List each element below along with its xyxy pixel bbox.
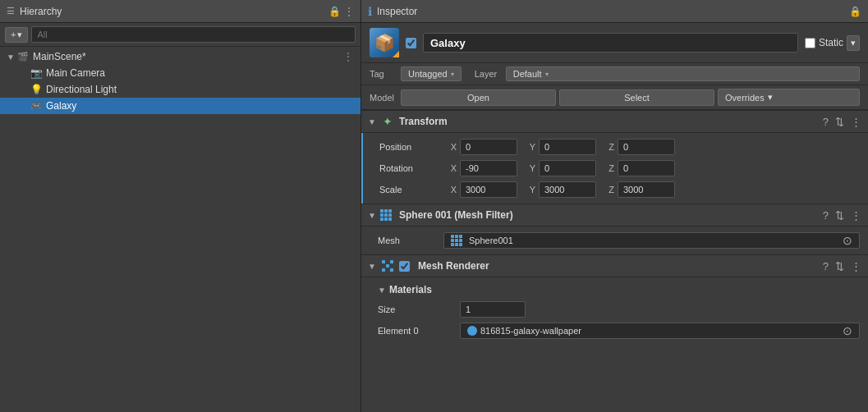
mesh-renderer-help-icon[interactable]: ? — [823, 260, 829, 272]
mesh-target-icon[interactable]: ⊙ — [843, 234, 852, 247]
rotation-z-input[interactable] — [618, 160, 675, 176]
hierarchy-header: ☰ Hierarchy 🔒 ⋮ — [0, 0, 361, 23]
sz-axis-label: Z — [603, 185, 614, 195]
materials-size-input[interactable] — [460, 301, 526, 318]
scale-y-input[interactable] — [539, 181, 596, 198]
mesh-renderer-component: ▼ Mesh Renderer ? ⇅ ⋮ ▼ Materials — [361, 254, 868, 345]
element0-dot-icon — [467, 326, 477, 336]
hierarchy-item-directionallight[interactable]: 💡 Directional Light — [0, 81, 361, 98]
scale-row: Scale X Y Z — [363, 179, 868, 200]
transform-settings-icon[interactable]: ⇅ — [835, 116, 844, 128]
position-z-input[interactable] — [618, 139, 675, 155]
rotation-label: Rotation — [379, 163, 445, 173]
camera-icon: 📷 — [30, 66, 43, 80]
mesh-filter-help-icon[interactable]: ? — [823, 209, 829, 222]
lock-icon[interactable]: 🔒 — [328, 6, 341, 17]
inspector-lock-icon[interactable]: 🔒 — [849, 6, 861, 17]
static-label: Static — [819, 37, 843, 48]
more-options-icon[interactable]: ⋮ — [344, 6, 354, 17]
layer-arrow-icon: ▾ — [545, 71, 549, 78]
position-y-input[interactable] — [539, 139, 596, 155]
select-button[interactable]: Select — [559, 89, 714, 106]
static-dropdown-button[interactable]: ▾ — [847, 35, 860, 51]
mesh-renderer-active-checkbox[interactable] — [399, 261, 410, 272]
transform-help-icon[interactable]: ? — [823, 116, 829, 128]
scale-label: Scale — [379, 185, 445, 195]
mesh-value-icon — [451, 235, 462, 246]
inspector-title: Inspector — [377, 6, 417, 17]
element0-value-field: 816815-galaxy-wallpaper ⊙ — [460, 323, 860, 339]
sy-axis-label: Y — [524, 185, 535, 195]
mesh-filter-icon — [381, 208, 394, 222]
active-checkbox-wrapper — [406, 38, 416, 48]
materials-header: ▼ Materials — [361, 281, 868, 299]
hierarchy-item-maincamera[interactable]: 📷 Main Camera — [0, 65, 361, 81]
mesh-renderer-fold-icon[interactable]: ▼ — [368, 262, 376, 271]
mesh-renderer-icon — [381, 259, 394, 272]
overrides-arrow-icon: ▾ — [768, 92, 773, 103]
mesh-filter-settings-icon[interactable]: ⇅ — [835, 209, 844, 222]
mesh-renderer-name: Mesh Renderer — [418, 260, 818, 272]
layer-dropdown[interactable]: Default ▾ — [506, 66, 860, 81]
hierarchy-panel: ☰ Hierarchy 🔒 ⋮ + ▾ ▼ 🎬 MainScene* ⋮ 📷 M… — [0, 0, 361, 412]
tag-dropdown[interactable]: Untagged ▾ — [401, 66, 462, 81]
mesh-filter-header: ▼ Sphere 001 (Mesh Filter) ? ⇅ ⋮ — [361, 204, 868, 227]
scale-x-input[interactable] — [460, 181, 517, 198]
position-xyz: X Y Z — [445, 139, 860, 155]
active-checkbox[interactable] — [406, 38, 416, 48]
position-x-input[interactable] — [460, 139, 517, 155]
rotation-x-input[interactable] — [460, 160, 517, 176]
element0-target-icon[interactable]: ⊙ — [843, 324, 852, 337]
hierarchy-tree: ▼ 🎬 MainScene* ⋮ 📷 Main Camera 💡 Directi… — [0, 47, 361, 412]
transform-fold-icon[interactable]: ▼ — [368, 117, 376, 126]
mesh-filter-actions: ? ⇅ ⋮ — [823, 209, 861, 222]
model-row: Model Open Select Overrides ▾ — [361, 85, 868, 110]
mesh-renderer-more-icon[interactable]: ⋮ — [851, 260, 861, 272]
mainscene-label: MainScene* — [33, 51, 86, 62]
scale-xyz: X Y Z — [445, 181, 860, 198]
element0-row: Element 0 816815-galaxy-wallpaper ⊙ — [361, 320, 868, 341]
open-button[interactable]: Open — [401, 89, 556, 106]
hamburger-icon: ☰ — [7, 6, 15, 16]
maincamera-label: Main Camera — [46, 67, 105, 79]
mesh-renderer-header: ▼ Mesh Renderer ? ⇅ ⋮ — [361, 254, 868, 277]
scene-options-icon[interactable]: ⋮ — [342, 50, 354, 63]
transform-component: ▼ ✦ Transform ? ⇅ ⋮ Position X Y Z — [361, 110, 868, 204]
inspector-panel: ℹ Inspector 🔒 📦 Static ▾ Tag Untagged ▾ … — [361, 0, 868, 412]
galaxy-label: Galaxy — [46, 100, 76, 112]
rotation-y-input[interactable] — [539, 160, 596, 176]
mesh-renderer-settings-icon[interactable]: ⇅ — [835, 260, 844, 272]
element0-label: Element 0 — [378, 326, 460, 336]
add-button[interactable]: + ▾ — [5, 27, 28, 43]
object-name-field[interactable] — [423, 33, 798, 53]
materials-size-row: Size — [361, 299, 868, 320]
mesh-label: Mesh — [378, 236, 443, 245]
search-input[interactable] — [31, 26, 356, 43]
element0-value-text: 816815-galaxy-wallpaper — [480, 326, 581, 336]
hierarchy-item-mainscene[interactable]: ▼ 🎬 MainScene* ⋮ — [0, 48, 361, 65]
info-icon: ℹ — [368, 5, 372, 18]
header-right: 🔒 ⋮ — [328, 6, 354, 17]
object-info-row: 📦 Static ▾ — [361, 23, 868, 63]
mesh-value-field: Sphere001 ⊙ — [443, 232, 860, 249]
hierarchy-item-galaxy[interactable]: 🎮 Galaxy — [0, 98, 361, 114]
static-checkbox[interactable] — [805, 38, 815, 48]
layer-label: Layer — [475, 69, 499, 79]
position-label: Position — [379, 142, 445, 152]
transform-actions: ? ⇅ ⋮ — [823, 116, 861, 128]
tag-layer-row: Tag Untagged ▾ Layer Default ▾ — [361, 63, 868, 85]
mesh-filter-body: Mesh Sphere001 ⊙ — [361, 227, 868, 254]
materials-fold-icon[interactable]: ▼ — [378, 286, 386, 295]
position-row: Position X Y Z — [363, 136, 868, 158]
add-dropdown-arrow: ▾ — [17, 30, 22, 40]
model-label: Model — [370, 93, 394, 103]
overrides-button[interactable]: Overrides ▾ — [718, 89, 860, 106]
fold-arrow: ▼ — [7, 53, 16, 62]
mesh-filter-more-icon[interactable]: ⋮ — [851, 209, 861, 222]
scale-z-input[interactable] — [618, 181, 675, 198]
inspector-header: ℹ Inspector 🔒 — [361, 0, 868, 23]
mesh-renderer-actions: ? ⇅ ⋮ — [823, 260, 861, 272]
sx-axis-label: X — [445, 185, 457, 195]
mesh-filter-fold-icon[interactable]: ▼ — [368, 211, 376, 220]
transform-more-icon[interactable]: ⋮ — [851, 116, 861, 128]
